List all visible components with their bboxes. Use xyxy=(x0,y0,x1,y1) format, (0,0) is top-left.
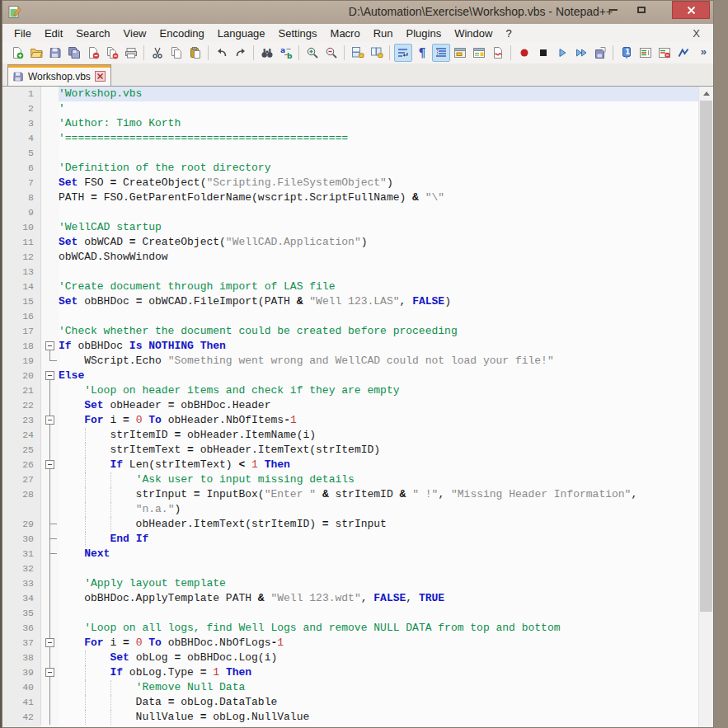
code-line[interactable]: If obBHDoc Is NOTHING Then xyxy=(59,339,698,354)
toolbar-button-close[interactable] xyxy=(84,44,102,62)
code-line[interactable]: 'Definition of the root directory xyxy=(59,161,698,176)
menubar-close-button[interactable]: X xyxy=(689,26,703,41)
code-line[interactable]: strItemText = obHeader.ItemText(strItemI… xyxy=(59,443,698,458)
code-line[interactable]: If Len(strItemText) < 1 Then xyxy=(59,458,698,472)
menu-item-plugins[interactable]: Plugins xyxy=(400,26,449,41)
toolbar-button-macro-save[interactable] xyxy=(591,44,609,62)
menu-item-language[interactable]: Language xyxy=(211,26,272,41)
toolbar-button-sync-horizontal[interactable] xyxy=(368,44,386,62)
title-bar[interactable]: D:\Automation\Exercise\Workshop.vbs - No… xyxy=(2,1,713,24)
toolbar-button-view-file[interactable] xyxy=(470,44,488,62)
tab-workshop-vbs[interactable]: Workshop.vbs xyxy=(7,66,111,86)
code-line[interactable]: Next xyxy=(59,547,698,561)
fold-collapse-box[interactable] xyxy=(41,636,59,651)
toolbar-button-close-all[interactable] xyxy=(103,44,121,62)
toolbar-button-undo[interactable] xyxy=(213,44,231,62)
code-line[interactable]: obBHDoc.ApplyTemplate PATH & "Well 123.w… xyxy=(59,591,698,606)
toolbar-button-monitoring[interactable] xyxy=(489,44,507,62)
toolbar-button-paste[interactable] xyxy=(186,44,204,62)
toolbar-button-print[interactable] xyxy=(122,44,140,62)
fold-collapse-box[interactable] xyxy=(41,413,59,428)
menu-item-search[interactable]: Search xyxy=(69,26,116,41)
toolbar-button-word-wrap[interactable] xyxy=(394,44,412,62)
code-line[interactable]: Set obBHDoc = obWCAD.FileImport(PATH & "… xyxy=(59,294,698,309)
code-line[interactable]: Data = obLog.DataTable xyxy=(59,695,698,710)
code-line[interactable]: 'Remove Null Data xyxy=(59,680,698,695)
toolbar-button-copy[interactable] xyxy=(167,44,186,62)
menu-item-help[interactable]: ? xyxy=(499,26,518,41)
toolbar-button-show-all-characters[interactable]: ¶ xyxy=(413,44,431,62)
toolbar-button-user-dialog[interactable] xyxy=(451,44,469,62)
menu-item-file[interactable]: File xyxy=(7,26,38,41)
code-line[interactable]: 'Check whether the document could be cre… xyxy=(59,324,698,339)
close-button[interactable] xyxy=(672,1,710,19)
fold-collapse-box[interactable] xyxy=(41,458,59,472)
toolbar-overflow-chevron[interactable]: » xyxy=(701,45,707,58)
toolbar-button-macro-run-multiple[interactable] xyxy=(572,44,590,62)
code-line[interactable]: 'WellCAD startup xyxy=(59,220,698,235)
toolbar-button-cut[interactable] xyxy=(148,44,167,62)
scrollbar-thumb[interactable] xyxy=(700,101,712,612)
code-line[interactable]: 'Workshop.vbs xyxy=(59,87,698,101)
code-line[interactable]: End If xyxy=(59,532,698,547)
menu-item-run[interactable]: Run xyxy=(367,26,400,41)
toolbar-button-doc-close[interactable] xyxy=(655,44,674,62)
toolbar-button-save[interactable] xyxy=(46,44,64,62)
toolbar-button-save-all[interactable] xyxy=(65,44,83,62)
menu-item-view[interactable]: View xyxy=(117,26,153,41)
code-line[interactable] xyxy=(59,561,698,576)
code-line[interactable] xyxy=(59,146,698,161)
code-editor[interactable]: 1'Workshop.vbs2'3'Author: Timo Korth4'==… xyxy=(2,87,713,727)
menu-item-macro[interactable]: Macro xyxy=(324,26,367,41)
toolbar-button-new-file[interactable] xyxy=(8,44,26,62)
menu-item-encoding[interactable]: Encoding xyxy=(153,26,211,41)
fold-collapse-box[interactable] xyxy=(41,369,59,383)
toolbar-button-find[interactable] xyxy=(258,44,276,62)
toolbar-button-replace[interactable]: ab xyxy=(277,44,295,62)
code-line[interactable]: obHeader.ItemText(strItemID) = strInput xyxy=(59,517,698,532)
code-line[interactable]: Set FSO = CreateObject("Scripting.FileSy… xyxy=(59,176,698,190)
tab-close-icon[interactable] xyxy=(95,71,106,82)
code-line[interactable]: Set obLog = obBHDoc.Log(i) xyxy=(59,651,698,665)
toolbar-button-macro-play[interactable] xyxy=(553,44,571,62)
code-line[interactable]: NullValue = obLog.NullValue xyxy=(59,710,698,725)
code-line[interactable]: "n.a.") xyxy=(59,502,698,517)
code-line[interactable]: 'Apply layout template xyxy=(59,576,698,591)
code-line[interactable]: If obLog.Type = 1 Then xyxy=(59,665,698,680)
toolbar-button-zoom-out[interactable] xyxy=(322,44,341,62)
code-line[interactable]: 'Loop on header items and check if they … xyxy=(59,383,698,398)
code-line[interactable]: 'Ask user to input missing details xyxy=(59,472,698,487)
code-line[interactable] xyxy=(59,265,698,279)
code-line[interactable]: Else xyxy=(59,369,698,383)
fold-collapse-box[interactable] xyxy=(41,665,59,680)
code-line[interactable]: 'Create document through import of LAS f… xyxy=(59,279,698,294)
toolbar-button-macro-stop[interactable] xyxy=(534,44,552,62)
code-line[interactable] xyxy=(59,205,698,220)
code-line[interactable]: strInput = InputBox("Enter " & strItemID… xyxy=(59,487,698,502)
code-line[interactable]: PATH = FSO.GetParentFolderName(wscript.S… xyxy=(59,190,698,205)
code-line[interactable]: 'Author: Timo Korth xyxy=(59,116,698,131)
toolbar-button-sync-vertical[interactable] xyxy=(349,44,367,62)
toolbar-button-zoom-in[interactable] xyxy=(303,44,322,62)
menu-item-edit[interactable]: Edit xyxy=(38,26,69,41)
scrollbar-up-arrow-icon[interactable] xyxy=(699,87,713,101)
vertical-scrollbar[interactable] xyxy=(698,87,713,727)
code-line[interactable] xyxy=(59,606,698,621)
code-line[interactable]: Set obHeader = obBHDoc.Header xyxy=(59,398,698,413)
code-line[interactable] xyxy=(59,309,698,324)
code-line[interactable]: strItemID = obHeader.ItemName(i) xyxy=(59,428,698,443)
code-line[interactable]: ' xyxy=(59,101,698,116)
code-line[interactable]: 'Loop on all logs, find Well Logs and re… xyxy=(59,621,698,636)
toolbar-button-macro-record[interactable] xyxy=(515,44,533,62)
fold-collapse-box[interactable] xyxy=(41,339,59,354)
menu-item-settings[interactable]: Settings xyxy=(272,26,324,41)
toolbar-button-indent-guide[interactable] xyxy=(432,44,450,62)
toolbar-button-doc-list[interactable] xyxy=(636,44,655,62)
toolbar-button-function-list[interactable] xyxy=(674,44,693,62)
minimize-button[interactable] xyxy=(601,1,626,19)
toolbar-button-doc-map[interactable]: 1 xyxy=(618,44,636,62)
code-line[interactable]: '=======================================… xyxy=(59,131,698,146)
code-line[interactable]: For i = 0 To obHeader.NbOfItems-1 xyxy=(59,413,698,428)
code-line[interactable]: Set obWCAD = CreateObject("WellCAD.Appli… xyxy=(59,235,698,250)
toolbar-button-redo[interactable] xyxy=(232,44,250,62)
